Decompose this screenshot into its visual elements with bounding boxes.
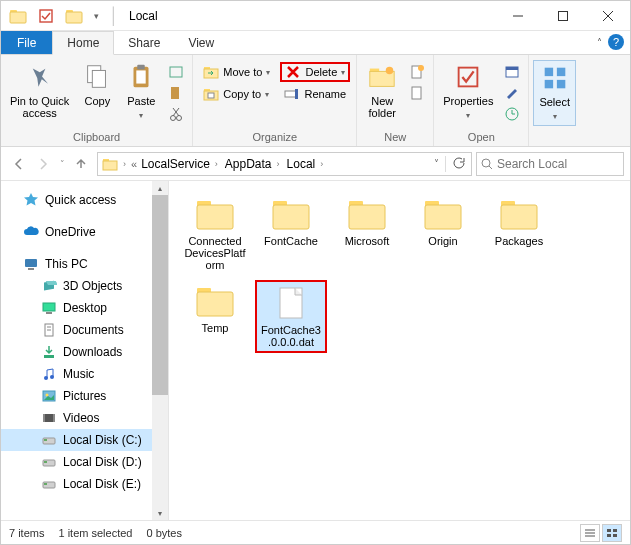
easy-access-button[interactable] [405, 83, 429, 103]
ribbon-tabs: File Home Share View ˄ ? [1, 31, 630, 55]
copy-to-button[interactable]: Copy to▾ [199, 84, 274, 104]
move-to-button[interactable]: Move to▾ [199, 62, 274, 82]
svg-rect-12 [137, 70, 146, 83]
sidebar-item-music[interactable]: Music [1, 363, 168, 385]
sidebar-item-3d-objects[interactable]: 3D Objects [1, 275, 168, 297]
crumb-2[interactable]: Local [287, 157, 316, 171]
svg-rect-74 [425, 205, 461, 229]
sidebar-item-local-disk-d-[interactable]: Local Disk (D:) [1, 451, 168, 473]
qat-separator: │ [107, 7, 121, 25]
pc-icon [23, 256, 39, 272]
copy-button[interactable]: Copy [76, 60, 118, 109]
close-button[interactable] [585, 1, 630, 31]
svg-rect-85 [607, 534, 611, 537]
history-button[interactable] [500, 104, 524, 124]
ribbon-collapse-icon[interactable]: ˄ [597, 37, 602, 48]
paste-shortcut-button[interactable] [164, 83, 188, 103]
svg-rect-47 [43, 303, 55, 311]
svg-rect-2 [40, 10, 52, 22]
open-button[interactable] [500, 62, 524, 82]
minimize-button[interactable] [495, 1, 540, 31]
crumb-0[interactable]: LocalService [141, 157, 210, 171]
star-icon [23, 192, 39, 208]
svg-rect-49 [46, 312, 52, 314]
svg-rect-31 [459, 68, 478, 87]
file-grid[interactable]: Connected DevicesPlatformFontCacheMicros… [169, 181, 630, 520]
crumb-1[interactable]: AppData [225, 157, 272, 171]
svg-rect-44 [28, 268, 34, 270]
status-size: 0 bytes [146, 527, 181, 539]
svg-point-41 [482, 159, 490, 167]
search-input[interactable]: Search Local [476, 152, 624, 176]
qat-properties-icon[interactable] [35, 5, 57, 27]
sidebar-item-documents[interactable]: Documents [1, 319, 168, 341]
svg-rect-1 [10, 12, 26, 23]
svg-rect-68 [197, 205, 233, 229]
svg-point-16 [171, 116, 176, 121]
file-item-temp[interactable]: Temp [179, 280, 251, 353]
window-title: Local [121, 9, 495, 23]
sidebar-this-pc[interactable]: This PC [1, 253, 168, 275]
new-item-button[interactable] [405, 62, 429, 82]
ribbon-group-open: Properties ▾ Open [434, 55, 529, 146]
pin-quick-access-button[interactable]: Pin to Quick access [5, 60, 74, 121]
svg-rect-64 [44, 461, 47, 463]
select-button[interactable]: Select ▾ [533, 60, 576, 126]
file-item-connected-devicesplatform[interactable]: Connected DevicesPlatform [179, 193, 251, 274]
forward-button[interactable] [31, 152, 55, 176]
copy-path-button[interactable] [164, 62, 188, 82]
properties-button[interactable]: Properties ▾ [438, 60, 498, 124]
svg-rect-40 [103, 161, 117, 170]
file-item-packages[interactable]: Packages [483, 193, 555, 274]
svg-point-27 [386, 67, 394, 75]
address-dropdown-icon[interactable]: ˅ [428, 158, 445, 169]
svg-rect-36 [557, 68, 565, 76]
file-tab[interactable]: File [1, 31, 52, 54]
tab-home[interactable]: Home [52, 31, 114, 55]
tab-view[interactable]: View [174, 31, 228, 54]
back-button[interactable] [7, 152, 31, 176]
sidebar-quick-access[interactable]: Quick access [1, 189, 168, 211]
cut-button[interactable] [164, 104, 188, 124]
file-item-fontcache[interactable]: FontCache [255, 193, 327, 274]
up-button[interactable] [69, 152, 93, 176]
recent-dropdown[interactable]: ˅ [55, 152, 69, 176]
sidebar-item-desktop[interactable]: Desktop [1, 297, 168, 319]
status-selected: 1 item selected [58, 527, 132, 539]
new-folder-button[interactable]: New folder [361, 60, 403, 121]
view-icons-button[interactable] [602, 524, 622, 542]
ribbon-group-select: Select ▾ [529, 55, 580, 146]
svg-point-17 [177, 116, 182, 121]
svg-rect-84 [613, 529, 617, 532]
sidebar-onedrive[interactable]: OneDrive [1, 221, 168, 243]
svg-rect-24 [295, 89, 298, 99]
maximize-button[interactable] [540, 1, 585, 31]
ribbon-group-clipboard: Pin to Quick access Copy Paste ▾ Clipboa… [1, 55, 193, 146]
svg-rect-14 [170, 67, 182, 77]
svg-rect-6 [558, 11, 567, 20]
address-bar[interactable]: › « LocalService› AppData› Local› ˅ [97, 152, 472, 176]
sidebar-item-local-disk-e-[interactable]: Local Disk (E:) [1, 473, 168, 495]
sidebar-scrollbar[interactable]: ▴ ▾ [152, 181, 168, 520]
tab-share[interactable]: Share [114, 31, 174, 54]
paste-button[interactable]: Paste ▾ [120, 60, 162, 124]
sidebar-item-downloads[interactable]: Downloads [1, 341, 168, 363]
svg-rect-83 [607, 529, 611, 532]
refresh-icon[interactable] [445, 156, 471, 172]
edit-button[interactable] [500, 83, 524, 103]
file-item-microsoft[interactable]: Microsoft [331, 193, 403, 274]
delete-button[interactable]: Delete▾ [280, 62, 350, 82]
sidebar-item-videos[interactable]: Videos [1, 407, 168, 429]
rename-button[interactable]: Rename [280, 84, 350, 104]
file-item-origin[interactable]: Origin [407, 193, 479, 274]
svg-rect-4 [66, 12, 82, 23]
qat-dropdown-icon[interactable]: ▾ [91, 5, 101, 27]
svg-rect-72 [349, 205, 385, 229]
sidebar-item-pictures[interactable]: Pictures [1, 385, 168, 407]
view-details-button[interactable] [580, 524, 600, 542]
address-row: ˅ › « LocalService› AppData› Local› ˅ Se… [1, 147, 630, 181]
sidebar-item-local-disk-c-[interactable]: Local Disk (C:) [1, 429, 168, 451]
help-icon[interactable]: ? [608, 34, 624, 50]
ribbon-group-organize: Move to▾ Copy to▾ Delete▾ Rename Organiz… [193, 55, 357, 146]
file-item-fontcache3-0-0-0-dat[interactable]: FontCache3.0.0.0.dat [255, 280, 327, 353]
